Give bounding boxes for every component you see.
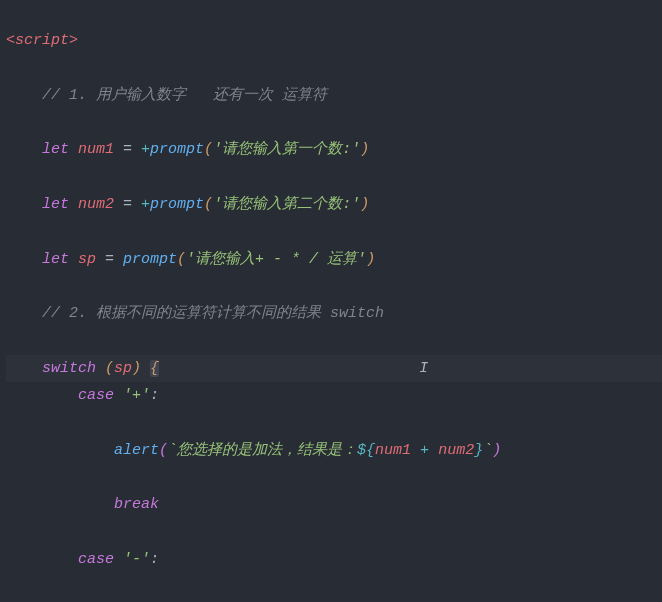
code-line-8: case '+': xyxy=(6,382,662,409)
comment: // 2. 根据不同的运算符计算不同的结果 switch xyxy=(42,305,384,322)
code-line-5: let sp = prompt('请您输入+ - * / 运算') xyxy=(6,246,662,273)
code-line-2: // 1. 用户输入数字 还有一次 运算符 xyxy=(6,82,662,109)
code-line-10: break xyxy=(6,491,662,518)
code-line-6: // 2. 根据不同的运算符计算不同的结果 switch xyxy=(6,300,662,327)
code-editor[interactable]: <script> // 1. 用户输入数字 还有一次 运算符 let num1 … xyxy=(0,0,662,602)
tag-open: <script> xyxy=(6,32,78,49)
text-cursor-icon: I xyxy=(419,360,428,377)
code-line-11: case '-': xyxy=(6,546,662,573)
comment: // 1. 用户输入数字 还有一次 运算符 xyxy=(42,87,327,104)
code-line-9: alert(`您选择的是加法，结果是：${num1 + num2}`) xyxy=(6,437,662,464)
code-line-7-active: switch (sp) {I xyxy=(6,355,662,382)
code-line-1: <script> xyxy=(6,27,662,54)
code-line-4: let num2 = +prompt('请您输入第二个数:') xyxy=(6,191,662,218)
code-line-3: let num1 = +prompt('请您输入第一个数:') xyxy=(6,136,662,163)
